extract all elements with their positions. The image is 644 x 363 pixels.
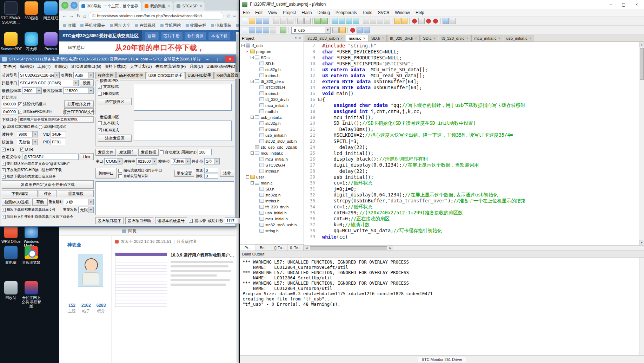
code-line[interactable]: 16 - {: [304, 96, 639, 102]
code-line[interactable]: 13 extern BYTE xdata UsbInBuffer[64];: [304, 78, 639, 84]
stcisp-titlebar[interactable]: STC-ISP (V6.911) (服务电话/销售电话: 0513-550129…: [0, 55, 235, 63]
project-tree-item[interactable]: usb_initial.h: [240, 210, 304, 216]
stopbits-select[interactable]: 1位: [204, 158, 220, 164]
menu-item[interactable]: Tools: [360, 10, 375, 15]
code-line[interactable]: 39 while(cc): [304, 234, 639, 240]
menu-item[interactable]: Help: [413, 10, 427, 15]
help-button[interactable]: 帮助: [32, 199, 48, 206]
only-author-link[interactable]: 只看该作者: [177, 239, 197, 244]
clear-code-checkbox[interactable]: [18, 102, 22, 106]
max-baud-select[interactable]: 115200: [63, 87, 94, 94]
menu-item[interactable]: 大学计划(U): [128, 64, 154, 69]
scrollbar-thumb[interactable]: [310, 246, 387, 250]
forum-nav-link[interactable]: 本地下载: [208, 32, 230, 40]
separator[interactable]: [271, 18, 271, 24]
tree-expander-icon[interactable]: -: [251, 56, 254, 59]
maximize-button[interactable]: ▢: [618, 1, 629, 8]
uvision-titlebar[interactable]: F:\320应用\tf_usb\tf_usb.uvproj - µVision …: [240, 0, 644, 9]
code-line[interactable]: 22 HSCLKDIV=2;//担心速度太快写卡出错。降一下速，主频35M，读写…: [304, 132, 639, 138]
publish-help-button[interactable]: 发布项目帮助: [125, 217, 153, 224]
outdent-icon[interactable]: [370, 18, 376, 24]
menu-item[interactable]: 去哈尔滨/选型(F): [154, 64, 188, 69]
dtr-checkbox[interactable]: [20, 148, 24, 151]
send-cr-button[interactable]: 发送回车: [117, 149, 137, 156]
tab-close-icon[interactable]: ×: [433, 37, 436, 40]
code-line[interactable]: 34 cc=1;//循环状态: [304, 204, 639, 210]
pid-input[interactable]: FF01: [51, 139, 66, 145]
project-tree-item[interactable]: intrins.h: [240, 72, 304, 78]
post-image-thumbnail[interactable]: [115, 253, 167, 308]
editor-vertical-scrollbar[interactable]: ▲ ▼: [639, 42, 644, 245]
code-line[interactable]: 28 delay(22);: [304, 168, 639, 174]
clear-counters-button[interactable]: 清零: [220, 170, 234, 177]
tree-expander-icon[interactable]: -: [251, 151, 254, 155]
tab-close-icon[interactable]: ×: [415, 37, 417, 40]
breadcrumb[interactable]: 国学总目: [68, 45, 85, 51]
panel-tab[interactable]: Pr...: [240, 245, 256, 251]
usb-cdc-mode-radio[interactable]: [2, 125, 6, 129]
desktop-icon-wmp[interactable]: Windows Media …: [21, 225, 41, 248]
desktop-icon-sumatrapdf[interactable]: SumatraPDF: [1, 32, 21, 51]
project-tree-item[interactable]: mcu_initial.h: [240, 216, 304, 222]
com-select[interactable]: COM5: [104, 158, 122, 164]
code-line[interactable]: 11 u8 extern xdata MCU_write_SD_data[];: [304, 66, 639, 72]
menu-item[interactable]: Edit: [252, 10, 265, 15]
send-data-button[interactable]: 发送数据: [138, 149, 159, 156]
stcisp-tab[interactable]: USB-HID助手: [185, 72, 214, 79]
menu-item[interactable]: File: [240, 10, 252, 15]
separator[interactable]: [392, 18, 392, 24]
editor-tab[interactable]: tft_320_drv.c ×: [439, 35, 471, 41]
new-file-icon[interactable]: [242, 18, 248, 24]
tab-close-icon[interactable]: ×: [498, 37, 500, 40]
separator[interactable]: [278, 27, 278, 33]
send-text-mode-radio[interactable]: [98, 121, 102, 125]
code-line[interactable]: 7 #include "string.h": [304, 43, 639, 48]
browser-logo-icon[interactable]: [61, 2, 68, 9]
desktop-icon-stc15[interactable]: STC15W40… SSOP28…: [1, 1, 21, 24]
separator[interactable]: [330, 18, 330, 24]
code-line[interactable]: 26 display_black();//清屏对调试程序有利: [304, 156, 639, 162]
editor-tab[interactable]: usb_initial.c ×: [504, 35, 534, 41]
close-button[interactable]: ×: [631, 1, 642, 8]
bookmark-item[interactable]: 电脑重装: [211, 23, 232, 28]
avatar[interactable]: [78, 254, 103, 287]
tab-close-icon[interactable]: ×: [140, 4, 141, 8]
separator[interactable]: [440, 18, 441, 24]
forum-nav-link[interactable]: 软件资源: [185, 32, 206, 40]
auto-end-checkbox[interactable]: [118, 174, 122, 178]
bookmark-item[interactable]: 收藏夹栏: [186, 23, 206, 28]
code-line[interactable]: 30 cc=1;//循环状态: [304, 180, 639, 186]
assistant-log-area[interactable]: [95, 181, 234, 215]
bookmark-icon[interactable]: [332, 18, 338, 24]
recv-hex-mode-radio[interactable]: [98, 92, 102, 96]
project-tree-item[interactable]: - program: [240, 48, 304, 54]
more-settings-button[interactable]: 更多设置: [174, 170, 194, 177]
project-tree-item[interactable]: - main.c: [240, 180, 304, 186]
stcisp-tab[interactable]: EEPROM文件: [116, 72, 146, 79]
code-line[interactable]: 27 digit_display(0,0,1234);//在屏上显示这个数据，当…: [304, 162, 639, 168]
menu-item[interactable]: Debug: [315, 10, 333, 15]
clear-eeprom-checkbox[interactable]: [18, 110, 22, 114]
browser-tab[interactable]: STC-ISP ×: [174, 1, 205, 11]
tree-expander-icon[interactable]: -: [246, 50, 249, 53]
build-output-body[interactable]: *** WARNING L57: UNCALLED FUNCTION, IGNO…: [240, 258, 644, 355]
pin-icon[interactable]: ¤: [294, 36, 298, 40]
project-tree-item[interactable]: - usb_initial.c: [240, 114, 304, 120]
code-line[interactable]: 31 j=0;i=0;: [304, 186, 639, 192]
project-tree-item[interactable]: intrins.h: [240, 198, 304, 204]
repeat-program-button[interactable]: 重复编程: [58, 190, 94, 197]
menu-item[interactable]: Project: [280, 10, 299, 15]
bookmark-star-icon[interactable]: ☆: [226, 13, 231, 19]
separator[interactable]: [288, 27, 288, 33]
menu-item[interactable]: Peripherals: [333, 10, 360, 15]
usb-hid-mode-radio[interactable]: [39, 125, 42, 129]
browser-sync-icon[interactable]: [71, 2, 78, 9]
serial-port-select[interactable]: STC-USB CDC (COM5): [18, 80, 79, 86]
min-baud-select[interactable]: 2400: [22, 87, 42, 94]
browser-menu-icon[interactable]: ≡: [233, 13, 236, 19]
undo-icon[interactable]: [297, 18, 304, 24]
save-icon[interactable]: [256, 18, 262, 24]
project-tree-item[interactable]: tft_320_drv.h: [240, 204, 304, 210]
back-icon[interactable]: ←: [62, 13, 67, 19]
desktop-icon-shidashi[interactable]: 石大师: [21, 32, 41, 51]
